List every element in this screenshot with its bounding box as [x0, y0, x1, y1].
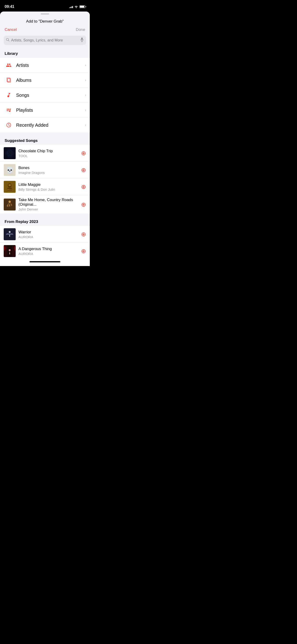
artists-icon [4, 61, 13, 69]
song-item-chocolate-chip-trip[interactable]: Chocolate Chip Trip TOOL ⊕ [0, 145, 90, 162]
albums-label: Albums [16, 78, 85, 83]
song-artist: Billy Strings & Don Julin [18, 188, 79, 192]
svg-rect-2 [81, 38, 83, 40]
sheet-handle-area [0, 12, 90, 14]
song-artist: TOOL [18, 154, 79, 158]
song-title: Warrior [18, 230, 79, 234]
song-item-country-roads[interactable]: Take Me Home, Country Roads (Original...… [0, 195, 90, 214]
recently-added-label: Recently Added [16, 122, 85, 128]
library-section-header: Library [0, 48, 90, 58]
recently-added-chevron: › [85, 123, 86, 127]
song-title: A Dangerous Thing [18, 247, 79, 251]
song-item-little-maggie[interactable]: ⚜ BILLY Little Maggie Billy Strings & Do… [0, 178, 90, 195]
song-title: Take Me Home, Country Roads (Original... [18, 198, 79, 207]
song-title: Chocolate Chip Trip [18, 149, 79, 154]
library-section-title: Library [4, 51, 18, 56]
song-title: Bones [18, 166, 79, 170]
artists-chevron: › [85, 63, 86, 67]
svg-rect-8 [4, 148, 15, 159]
songs-icon [4, 91, 13, 99]
billy-album-svg: ⚜ BILLY [4, 181, 15, 192]
song-info-chocolate-chip-trip: Chocolate Chip Trip TOOL [18, 149, 79, 158]
song-info-bones: Bones Imagine Dragons [18, 166, 79, 174]
songs-label: Songs [16, 92, 85, 98]
song-artist: John Denver [18, 207, 79, 211]
library-item-artists[interactable]: Artists › [0, 58, 90, 73]
album-art-bones: 💀 [4, 164, 16, 176]
search-input[interactable] [11, 38, 79, 42]
song-item-warrior[interactable]: Warrior AURORA ⊕ [0, 226, 90, 243]
denver-album-svg [4, 199, 15, 210]
song-info-little-maggie: Little Maggie Billy Strings & Don Julin [18, 182, 79, 192]
suggested-section-title: Suggested Songs [4, 138, 38, 143]
library-item-songs[interactable]: Songs › [0, 88, 90, 103]
sheet-actions: Cancel Done [0, 26, 90, 36]
sheet-handle [41, 13, 49, 14]
song-info-dangerous-thing: A Dangerous Thing AURORA [18, 247, 79, 256]
search-bar [4, 36, 86, 45]
song-info-warrior: Warrior AURORA [18, 230, 79, 239]
search-container [0, 36, 90, 48]
add-button-country-roads[interactable]: ⊕ [81, 202, 86, 208]
playlists-chevron: › [85, 108, 86, 112]
separator-2 [0, 214, 90, 216]
replay-section-title: From Replay 2023 [4, 220, 38, 224]
tool-album-svg [4, 148, 15, 159]
albums-chevron: › [85, 78, 86, 82]
bottom-indicator [0, 259, 90, 266]
add-button-dangerous-thing[interactable]: ⊕ [81, 248, 86, 254]
album-art-warrior [4, 228, 16, 240]
library-list: Artists › Albums › Songs › [0, 58, 90, 132]
home-indicator [30, 261, 60, 262]
library-item-playlists[interactable]: Playlists › [0, 103, 90, 118]
mic-icon [80, 38, 84, 43]
dangerous-album-svg [4, 246, 15, 256]
status-icons [69, 5, 86, 8]
song-info-country-roads: Take Me Home, Country Roads (Original...… [18, 198, 79, 211]
svg-point-29 [9, 249, 10, 251]
song-item-dangerous-thing[interactable]: A Dangerous Thing AURORA ⊕ [0, 243, 90, 259]
add-button-chocolate-chip-trip[interactable]: ⊕ [81, 150, 86, 156]
svg-point-22 [8, 200, 11, 203]
replay-section-header: From Replay 2023 [0, 216, 90, 226]
add-to-playlist-sheet: Add to "Denver Grab" Cancel Done [0, 12, 90, 266]
library-item-albums[interactable]: Albums › [0, 73, 90, 88]
song-artist: AURORA [18, 235, 79, 239]
done-button[interactable]: Done [76, 26, 85, 33]
song-artist: AURORA [18, 252, 79, 256]
replay-songs-list: Warrior AURORA ⊕ [0, 226, 90, 259]
suggested-section-header: Suggested Songs [0, 135, 90, 145]
warrior-album-svg [4, 229, 15, 240]
song-title: Little Maggie [18, 182, 79, 187]
bones-album-svg: 💀 [4, 164, 15, 176]
songs-chevron: › [85, 93, 86, 97]
battery-icon [80, 5, 85, 8]
album-art-dangerous [4, 245, 16, 257]
suggested-songs-list: Chocolate Chip Trip TOOL ⊕ 💀 Bones Imagi… [0, 145, 90, 214]
playlists-icon [4, 106, 13, 114]
separator-1 [0, 132, 90, 135]
album-art-denver [4, 198, 16, 210]
add-button-warrior[interactable]: ⊕ [81, 231, 86, 237]
album-art-billy: ⚜ BILLY [4, 181, 16, 193]
artists-label: Artists [16, 63, 85, 68]
library-item-recently-added[interactable]: Recently Added › [0, 118, 90, 132]
sheet-title: Add to "Denver Grab" [4, 17, 85, 26]
playlists-label: Playlists [16, 108, 85, 113]
cancel-button[interactable]: Cancel [4, 26, 17, 33]
svg-text:⚜: ⚜ [8, 184, 11, 187]
add-button-bones[interactable]: ⊕ [81, 167, 86, 173]
svg-line-1 [8, 40, 10, 42]
song-item-bones[interactable]: 💀 Bones Imagine Dragons ⊕ [0, 162, 90, 178]
svg-text:💀: 💀 [6, 166, 14, 174]
search-icon [6, 38, 10, 42]
svg-point-25 [9, 231, 10, 233]
svg-text:BILLY: BILLY [8, 189, 12, 190]
add-button-little-maggie[interactable]: ⊕ [81, 184, 86, 190]
svg-point-23 [7, 205, 8, 206]
album-art-tool [4, 147, 16, 159]
sheet-header: Add to "Denver Grab" [0, 14, 90, 26]
song-artist: Imagine Dragons [18, 171, 79, 174]
status-time: 09:41 [4, 4, 14, 9]
albums-icon [4, 76, 13, 84]
